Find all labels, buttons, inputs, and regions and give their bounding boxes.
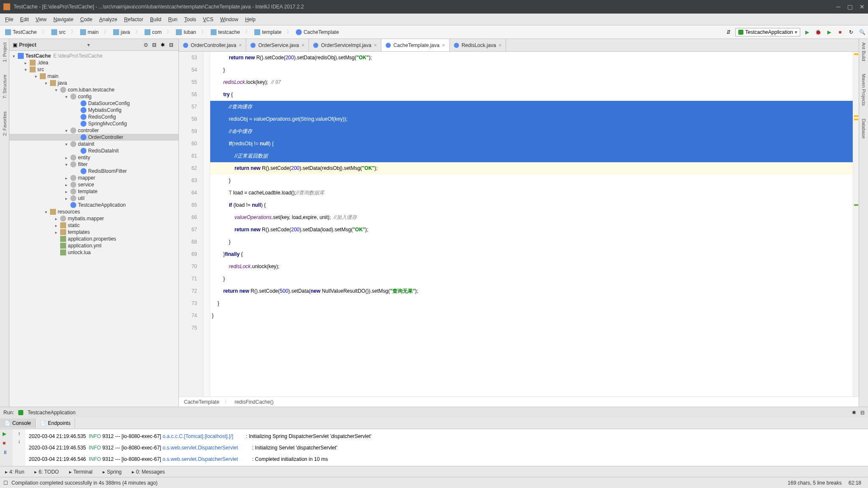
tree-item[interactable]: ▾java — [9, 80, 178, 86]
menu-window[interactable]: Window — [217, 15, 242, 24]
menu-edit[interactable]: Edit — [17, 15, 32, 24]
tree-item[interactable]: application.yml — [9, 242, 178, 249]
code-crumb[interactable]: redisFindCache() — [234, 399, 273, 405]
tree-item[interactable]: ▸service — [9, 181, 178, 188]
menu-view[interactable]: View — [32, 15, 50, 24]
tool-structure[interactable]: 7: Structure — [2, 75, 7, 99]
tree-item[interactable]: RedisConfig — [9, 114, 178, 120]
menu-run[interactable]: Run — [165, 15, 181, 24]
menu-analyze[interactable]: Analyze — [96, 15, 121, 24]
hide-icon[interactable]: ⊟ — [169, 42, 175, 48]
menu-vcs[interactable]: VCS — [200, 15, 217, 24]
tree-item[interactable]: ▾config — [9, 93, 178, 100]
close-tab-icon[interactable]: × — [442, 42, 445, 48]
breadcrumb-item[interactable]: java — [110, 28, 134, 36]
update-button[interactable]: ↻ — [847, 28, 855, 36]
stop-button[interactable]: ■ — [3, 440, 10, 448]
tree-item[interactable]: ▾main — [9, 73, 178, 80]
maximize-button[interactable]: ▢ — [847, 3, 853, 10]
tool-antbuild[interactable]: Ant Build — [861, 42, 866, 61]
editor-tab[interactable]: OrderController.java× — [179, 39, 246, 51]
menu-code[interactable]: Code — [77, 15, 96, 24]
breadcrumb-item[interactable]: src — [48, 28, 69, 36]
coverage-button[interactable]: ▶ — [825, 28, 833, 36]
tree-item[interactable]: unlock.lua — [9, 249, 178, 256]
tree-item[interactable]: TestcacheApplication — [9, 202, 178, 208]
tool-mavenprojects[interactable]: Maven Projects — [861, 74, 866, 106]
tree-item[interactable]: ▸template — [9, 188, 178, 195]
breadcrumb-item[interactable]: CacheTemplate — [292, 28, 342, 36]
pause-button[interactable]: ⏸ — [3, 449, 10, 457]
bottom-tab[interactable]: ▸Spring — [97, 467, 127, 477]
gear-icon[interactable]: ✱ — [852, 410, 856, 416]
close-tab-icon[interactable]: × — [498, 42, 501, 48]
breadcrumb-item[interactable]: com — [141, 28, 165, 36]
menu-build[interactable]: Build — [147, 15, 165, 24]
run-button[interactable]: ▶ — [803, 28, 811, 36]
tree-item[interactable]: ▾controller — [9, 127, 178, 134]
close-button[interactable]: ✕ — [860, 3, 865, 10]
debug-button[interactable]: 🐞 — [814, 28, 822, 36]
tree-item[interactable]: RedisDataInit — [9, 147, 178, 154]
menu-help[interactable]: Help — [242, 15, 259, 24]
minimize-tool-icon[interactable]: ⊟ — [860, 410, 865, 416]
settings-icon[interactable]: ✱ — [161, 42, 167, 48]
tree-item[interactable]: ▾filter — [9, 161, 178, 168]
bottom-tab[interactable]: ▸6: TODO — [29, 467, 64, 477]
close-tab-icon[interactable]: × — [239, 42, 242, 48]
editor-tab[interactable]: OrderService.java× — [246, 39, 309, 51]
tool-project[interactable]: 1: Project — [2, 42, 7, 62]
tree-item[interactable]: ▸templates — [9, 229, 178, 236]
bottom-tab[interactable]: ▸4: Run — [0, 467, 29, 477]
tree-item[interactable]: ▾com.luban.testcache — [9, 86, 178, 93]
tree-item[interactable]: DataSourceConfig — [9, 100, 178, 107]
project-tree[interactable]: ▾TestCacheE:\ideaPro\TestCache▸.idea▾src… — [9, 51, 178, 407]
code-editor[interactable]: return new R().setCode(200).setData(redi… — [210, 52, 853, 396]
run-config-selector[interactable]: TestcacheApplication ▾ — [735, 28, 800, 36]
scroll-from-source-icon[interactable]: ⊙ — [144, 42, 150, 48]
breadcrumb-item[interactable]: main — [77, 28, 102, 36]
tree-item[interactable]: ▾src — [9, 66, 178, 73]
close-tab-icon[interactable]: × — [301, 42, 304, 48]
breadcrumb-item[interactable]: template — [251, 28, 285, 36]
editor-tab[interactable]: OrderServiceImpl.java× — [309, 39, 381, 51]
stop-button[interactable]: ■ — [836, 28, 844, 36]
editor-tab[interactable]: RedisLock.java× — [450, 39, 506, 51]
tree-item[interactable]: ▸entity — [9, 154, 178, 161]
fold-column[interactable] — [203, 52, 210, 396]
tree-item[interactable]: RedisBloomFilter — [9, 168, 178, 175]
menu-tools[interactable]: Tools — [181, 15, 200, 24]
tree-item[interactable]: ▸mybatis.mapper — [9, 215, 178, 222]
code-crumb[interactable]: CacheTemplate — [184, 399, 219, 405]
collapse-all-icon[interactable]: ⊟ — [152, 42, 158, 48]
tree-item[interactable]: ▸util — [9, 195, 178, 202]
tree-item[interactable]: ▸.idea — [9, 59, 178, 66]
bottom-tab[interactable]: ▸0: Messages — [127, 467, 170, 477]
tree-item[interactable]: SpringMvcConfig — [9, 120, 178, 127]
down-icon[interactable]: ↓ — [18, 438, 20, 444]
breadcrumb-item[interactable]: luban — [172, 28, 199, 36]
tree-item[interactable]: ▾datainit — [9, 141, 178, 147]
search-icon[interactable]: 🔍 — [858, 28, 866, 36]
breadcrumb-item[interactable]: TestCache — [2, 28, 40, 36]
console-output[interactable]: 2020-03-04 21:19:46.535 INFO 9312 --- [i… — [25, 429, 868, 466]
editor-tab[interactable]: CacheTemplate.java× — [381, 39, 450, 51]
up-icon[interactable]: ↑ — [18, 431, 20, 437]
bottom-tab[interactable]: ▸Terminal — [64, 467, 97, 477]
rerun-button[interactable]: ▶ — [3, 431, 10, 438]
minimize-button[interactable]: ─ — [836, 3, 840, 10]
tree-item[interactable]: ▾resources — [9, 208, 178, 215]
menu-navigate[interactable]: Navigate — [50, 15, 77, 24]
tool-database[interactable]: Database — [861, 119, 866, 139]
console-tab[interactable]: 📄Endpoints — [36, 419, 75, 428]
close-tab-icon[interactable]: × — [374, 42, 377, 48]
breadcrumb-item[interactable]: testcache — [207, 28, 243, 36]
menu-file[interactable]: File — [2, 15, 17, 24]
compile-icon[interactable]: ⇵ — [724, 28, 733, 36]
tree-item[interactable]: application.properties — [9, 236, 178, 242]
tree-item[interactable]: ▸mapper — [9, 175, 178, 181]
console-tab[interactable]: 📄Console — [0, 419, 36, 428]
error-stripe[interactable] — [853, 52, 859, 396]
menu-refactor[interactable]: Refactor — [121, 15, 147, 24]
tree-item[interactable]: OrderController — [9, 134, 178, 141]
